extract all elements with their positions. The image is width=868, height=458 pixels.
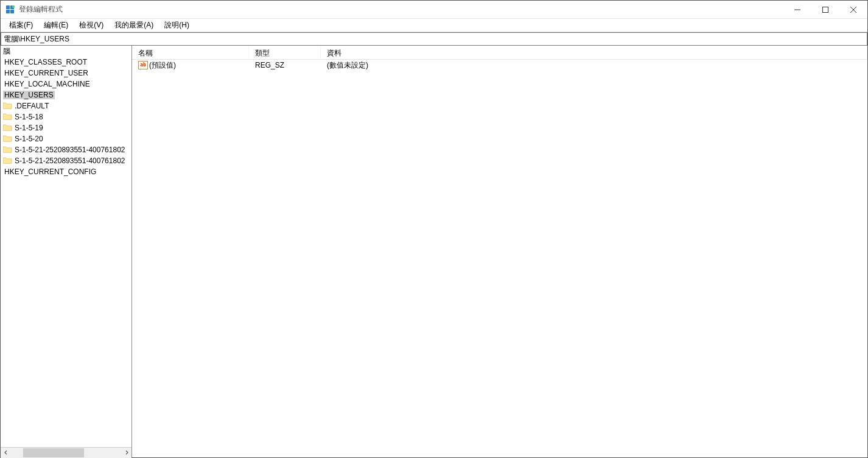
tree-item-s1521b[interactable]: S-1-5-21-2520893551-400761802: [1, 155, 131, 166]
scroll-track[interactable]: [11, 448, 121, 458]
tree-label: S-1-5-20: [13, 135, 44, 143]
close-button[interactable]: [839, 1, 867, 19]
minimize-button[interactable]: [783, 1, 811, 19]
tree-item-hku[interactable]: HKEY_USERS: [1, 90, 131, 100]
tree-item-s1518[interactable]: S-1-5-18: [1, 111, 131, 122]
tree-label: HKEY_CLASSES_ROOT: [3, 58, 88, 66]
tree-item-s1519[interactable]: S-1-5-19: [1, 122, 131, 133]
window-title: 登錄編輯程式: [19, 4, 63, 15]
menu-file[interactable]: 檔案(F): [4, 19, 38, 32]
column-header-type[interactable]: 類型: [249, 46, 321, 59]
menu-help[interactable]: 說明(H): [159, 19, 194, 32]
tree-item-hkcr[interactable]: HKEY_CLASSES_ROOT: [1, 57, 131, 68]
tree-label: HKEY_CURRENT_USER: [3, 69, 89, 77]
tree-item-s1521a[interactable]: S-1-5-21-2520893551-400761802: [1, 144, 131, 155]
cell-name: ab (預設值): [132, 60, 249, 71]
content-area: 腦 HKEY_CLASSES_ROOT HKEY_CURRENT_USER HK…: [1, 46, 867, 457]
svg-rect-2: [6, 10, 10, 13]
tree-hscrollbar[interactable]: [1, 447, 131, 457]
tree-label: S-1-5-19: [13, 124, 44, 132]
value-name: (預設值): [149, 60, 176, 71]
folder-icon: [3, 102, 12, 110]
app-icon: [5, 5, 15, 15]
tree-label: HKEY_USERS: [3, 91, 55, 99]
menu-view[interactable]: 檢視(V): [74, 19, 108, 32]
scroll-left-button[interactable]: [1, 448, 11, 458]
tree-root-label: 腦: [2, 46, 12, 57]
tree-item-s1520[interactable]: S-1-5-20: [1, 133, 131, 144]
tree-label: S-1-5-21-2520893551-400761802: [13, 146, 126, 154]
maximize-button[interactable]: [811, 1, 839, 19]
menu-edit[interactable]: 編輯(E): [39, 19, 73, 32]
tree-item-hkcc[interactable]: HKEY_CURRENT_CONFIG: [1, 166, 131, 177]
svg-point-4: [12, 5, 15, 7]
folder-icon: [3, 135, 12, 143]
tree-item-hklm[interactable]: HKEY_LOCAL_MACHINE: [1, 79, 131, 90]
folder-icon: [3, 124, 12, 132]
tree-item-hkcu[interactable]: HKEY_CURRENT_USER: [1, 68, 131, 79]
tree-label: .DEFAULT: [13, 102, 50, 110]
list-header: 名稱 類型 資料: [132, 46, 867, 60]
list-pane: 名稱 類型 資料 ab (預設值) REG_SZ (數值未設定): [132, 46, 867, 457]
cell-type: REG_SZ: [249, 61, 321, 69]
scroll-right-button[interactable]: [121, 448, 131, 458]
tree-root[interactable]: 腦: [1, 46, 131, 57]
titlebar[interactable]: 登錄編輯程式: [1, 1, 867, 19]
menubar: 檔案(F) 編輯(E) 檢視(V) 我的最愛(A) 說明(H): [1, 19, 867, 32]
list-body[interactable]: ab (預設值) REG_SZ (數值未設定): [132, 60, 867, 457]
string-value-icon: ab: [138, 61, 148, 69]
folder-icon: [3, 113, 12, 121]
cell-data: (數值未設定): [321, 60, 867, 71]
tree-label: HKEY_CURRENT_CONFIG: [3, 167, 97, 176]
svg-rect-0: [6, 5, 10, 9]
registry-editor-window: 登錄編輯程式 檔案(F) 編輯(E) 檢視(V) 我的最愛(A) 說明(H) 電…: [0, 0, 868, 458]
svg-rect-3: [10, 10, 14, 13]
folder-icon: [3, 157, 12, 164]
tree-label: S-1-5-21-2520893551-400761802: [13, 157, 126, 165]
tree-body[interactable]: 腦 HKEY_CLASSES_ROOT HKEY_CURRENT_USER HK…: [1, 46, 131, 447]
svg-rect-6: [823, 7, 828, 12]
address-value: 電腦\HKEY_USERS: [4, 34, 69, 44]
tree-pane: 腦 HKEY_CLASSES_ROOT HKEY_CURRENT_USER HK…: [1, 46, 132, 457]
address-bar[interactable]: 電腦\HKEY_USERS: [1, 32, 867, 46]
tree-label: HKEY_LOCAL_MACHINE: [3, 80, 91, 88]
tree-label: S-1-5-18: [13, 113, 44, 121]
menu-favorites[interactable]: 我的最愛(A): [110, 19, 158, 32]
column-header-data[interactable]: 資料: [321, 46, 867, 59]
scroll-thumb[interactable]: [23, 448, 84, 457]
list-row[interactable]: ab (預設值) REG_SZ (數值未設定): [132, 60, 867, 71]
column-header-name[interactable]: 名稱: [132, 46, 249, 59]
tree-item-default[interactable]: .DEFAULT: [1, 100, 131, 111]
folder-icon: [3, 146, 12, 153]
